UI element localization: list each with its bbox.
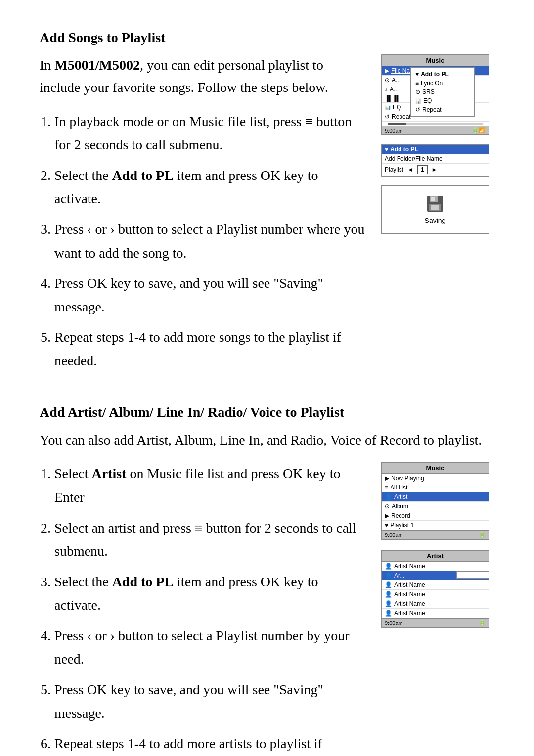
- battery2-icon: 🔋: [479, 620, 486, 626]
- record-icon: ▶: [385, 512, 389, 519]
- artist1-icon: 👤: [385, 563, 392, 570]
- steps-add-songs: In playback mode or on Music file list, …: [54, 110, 366, 373]
- section-title-add-songs: Add Songs to Playlist: [40, 30, 494, 45]
- device-footer-music: 9:00am 🔋📶: [382, 126, 489, 134]
- musiclist-album: ⊙ Album: [382, 502, 489, 511]
- device-footer-artist: 9:00am 🔋: [382, 618, 489, 627]
- artist-step-6: Repeat steps 1-4 to add more artists to …: [54, 732, 366, 756]
- battery-icon: 🔋: [479, 532, 486, 538]
- section-add-songs: Add Songs to Playlist In M5001/M5002, yo…: [40, 30, 494, 380]
- device-screen-addtopl: ♥ Add to PL Add Folder/File Name Playlis…: [381, 144, 490, 177]
- artist-step-1: Select Artist on Music file list and pre…: [54, 462, 366, 509]
- svg-rect-4: [431, 205, 439, 210]
- musiclist-playlist1: ♥ Playlist 1: [382, 521, 489, 530]
- artist2-icon: 👤: [385, 572, 392, 579]
- submenu-add-to-pl: ♥ Add to PL: [415, 70, 470, 79]
- artist6-icon: 👤: [385, 610, 392, 617]
- artist-row-5: 👤 Artist Name: [382, 599, 489, 609]
- srs-icon: ⊙: [415, 89, 420, 95]
- floppy-disk-icon: [426, 195, 444, 213]
- artist-row-1: 👤 Artist Name: [382, 562, 489, 571]
- image-column-add-artist: Music ▶ Now Playing ≡ All List 👤 Artist …: [381, 462, 494, 628]
- artist-step-3: Select the Add to PL item and press OK k…: [54, 570, 366, 617]
- saving-label: Saving: [425, 217, 446, 224]
- musiclist-artist: 👤 Artist: [382, 492, 489, 502]
- play-icon: ▶: [385, 67, 389, 74]
- musiclist-record: ▶ Record: [382, 511, 489, 521]
- circle-icon: ⊙: [385, 77, 390, 84]
- svg-rect-2: [431, 197, 435, 201]
- playlist-number: 1: [417, 165, 428, 174]
- artist-row-3: 👤 Artist Name: [382, 580, 489, 590]
- steps-add-artist: Select Artist on Music file list and pre…: [54, 462, 366, 756]
- device-screen-saving: Saving: [381, 185, 490, 234]
- step-5: Repeat steps 1-4 to add more songs to th…: [54, 325, 366, 372]
- heart3-icon: ♥: [459, 572, 462, 578]
- text-column-add-artist: Select Artist on Music file list and pre…: [40, 462, 366, 756]
- lyric-icon: ≡: [415, 80, 419, 87]
- right-arrow-icon: ►: [432, 166, 438, 173]
- step-2: Select the Add to PL item and press OK k…: [54, 164, 366, 211]
- artist-row-6: 👤 Artist Name: [382, 609, 489, 618]
- musiclist-nowplaying: ▶ Now Playing: [382, 474, 489, 483]
- playlist-nav: Playlist ◄ 1 ►: [382, 164, 489, 176]
- section-add-artist: Add Artist/ Album/ Line In/ Radio/ Voice…: [40, 404, 494, 756]
- eq2-icon: 📊: [415, 98, 421, 104]
- time-display: 9:00am: [385, 128, 403, 133]
- artist5-icon: 👤: [385, 600, 392, 607]
- device-header-artist: Artist: [382, 551, 489, 562]
- musiclist-alllist: ≡ All List: [382, 483, 489, 492]
- artist-step-2: Select an artist and press ≡ button for …: [54, 516, 366, 563]
- album-icon: ⊙: [385, 503, 390, 510]
- addfolder-row: Add Folder/File Name: [382, 154, 489, 164]
- alllist-icon: ≡: [385, 484, 388, 491]
- nowplaying-icon: ▶: [385, 475, 389, 482]
- artist3-icon: 👤: [385, 581, 392, 588]
- addtopl-row: ♥ Add to PL: [382, 145, 489, 154]
- intro-add-artist: You can also add Artist, Album, Line In,…: [40, 429, 494, 451]
- time-musiclist: 9:00am: [385, 532, 403, 538]
- left-arrow-icon: ◄: [407, 166, 413, 173]
- artist-icon: 👤: [385, 493, 392, 500]
- step-4: Press OK key to save, and you will see "…: [54, 271, 366, 318]
- text-column-add-songs: In M5001/M5002, you can edit personal pl…: [40, 54, 366, 380]
- artist4-icon: 👤: [385, 591, 392, 598]
- submenu-repeat: ↺ Repeat: [415, 105, 470, 114]
- bars-icon: ▐▌▐▌: [385, 95, 400, 101]
- status-icons: 🔋📶: [472, 127, 486, 133]
- addtopl-popup-label: Add to PL: [463, 572, 487, 578]
- repeat-icon: ↺: [385, 113, 390, 120]
- intro-add-songs: In M5001/M5002, you can edit personal pl…: [40, 54, 366, 99]
- artist-row-2: 👤 Ar... ♥ Add to PL: [382, 571, 489, 580]
- device-header-music: Music: [382, 55, 489, 66]
- section-title-add-artist: Add Artist/ Album/ Line In/ Radio/ Voice…: [40, 404, 494, 420]
- image-column-add-songs: Music ▶ File Name.MP3 ⊙ A... ♪ A... ▐▌▐▌: [381, 54, 494, 234]
- submenu-eq: 📊 EQ: [415, 96, 470, 105]
- playlist-icon: ♥: [385, 522, 388, 529]
- heart-icon: ♥: [415, 71, 419, 78]
- artist-step-4: Press ‹ or › button to select a Playlist…: [54, 624, 366, 671]
- heart2-icon: ♥: [385, 146, 388, 153]
- submenu-srs: ⊙ SRS: [415, 88, 470, 96]
- repeat2-icon: ↺: [415, 106, 420, 113]
- device-screen-musiclist: Music ▶ Now Playing ≡ All List 👤 Artist …: [381, 462, 490, 540]
- artist-step-5: Press OK key to save, and you will see "…: [54, 678, 366, 725]
- person-icon: ♪: [385, 86, 388, 93]
- eq-icon: 📊: [385, 105, 391, 110]
- device-footer-musiclist: 9:00am 🔋: [382, 530, 489, 539]
- playlist-label: Playlist: [385, 166, 403, 173]
- step-1: In playback mode or on Music file list, …: [54, 110, 366, 157]
- time-artist: 9:00am: [385, 620, 403, 626]
- device-screen-artistlist: Artist 👤 Artist Name 👤 Ar... ♥ Add to PL…: [381, 550, 490, 628]
- step-3: Press ‹ or › button to select a Playlist…: [54, 218, 366, 265]
- submenu-lyric-on: ≡ Lyric On: [415, 79, 470, 88]
- device-header-musiclist: Music: [382, 463, 489, 474]
- artist-row-4: 👤 Artist Name: [382, 590, 489, 599]
